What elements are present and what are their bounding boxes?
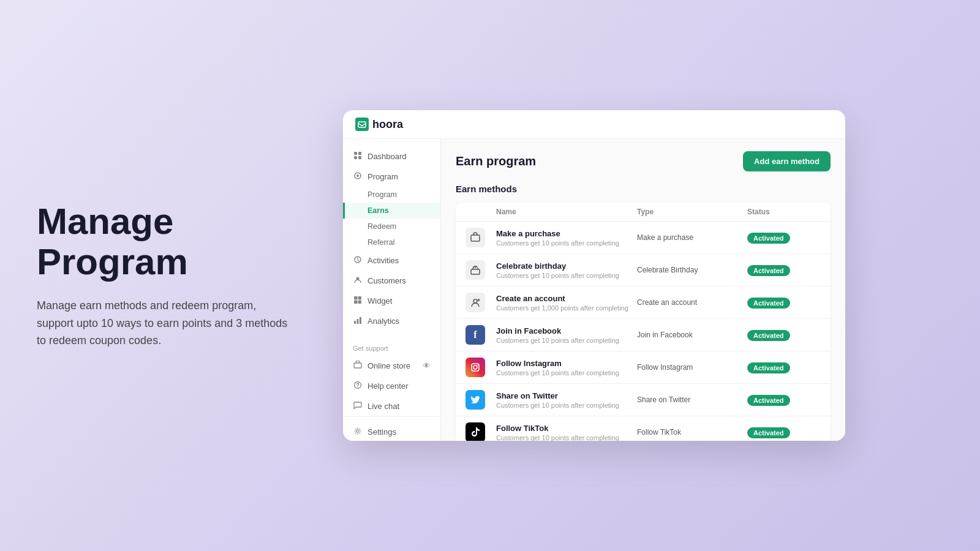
status-badge: Activated — [747, 265, 790, 276]
support-section-label: Get support — [343, 341, 440, 356]
program-icon — [353, 171, 363, 182]
col-status: Status — [747, 208, 821, 216]
row-type: Create an account — [637, 298, 747, 307]
row-status: Activated — [747, 297, 821, 309]
col-type: Type — [637, 208, 747, 216]
dashboard-label: Dashboard — [368, 152, 407, 161]
sidebar-item-online-store[interactable]: Online store 👁 — [343, 356, 440, 376]
table-row[interactable]: f Join in Facebook Customers get 10 poin… — [456, 319, 831, 351]
col-name: Name — [496, 208, 637, 216]
row-info: Celebrate birthday Customers get 10 poin… — [496, 261, 637, 279]
analytics-icon — [353, 316, 363, 326]
hero-section: ManageProgram Manage earn methods and re… — [37, 201, 294, 350]
sidebar-item-widget[interactable]: Widget — [343, 291, 440, 311]
row-icon-twitter — [466, 390, 485, 410]
row-desc: Customers get 10 points after completing — [496, 337, 637, 344]
table-row[interactable]: Share on Twitter Customers get 10 points… — [456, 384, 831, 416]
row-info: Create an account Customers get 1,000 po… — [496, 294, 637, 312]
row-type: Join in Facebook — [637, 331, 747, 339]
hero-title: ManageProgram — [37, 201, 294, 282]
earn-methods-table: Name Type Status Make a p — [456, 203, 831, 441]
row-type: Follow Instagram — [637, 363, 747, 372]
row-name: Make a purchase — [496, 229, 637, 238]
row-status: Activated — [747, 394, 821, 406]
dashboard-icon — [353, 151, 363, 162]
row-status: Activated — [747, 264, 821, 276]
logo-icon — [355, 118, 369, 131]
svg-rect-12 — [358, 301, 362, 304]
svg-point-19 — [356, 430, 359, 432]
col-icon — [466, 208, 496, 216]
sidebar-item-analytics[interactable]: Analytics — [343, 311, 440, 331]
svg-rect-4 — [358, 156, 361, 159]
row-name: Follow TikTok — [496, 424, 637, 433]
row-icon-facebook: f — [466, 325, 485, 345]
row-type: Make a purchase — [637, 233, 747, 242]
toggle-icon: 👁 — [423, 361, 431, 370]
sidebar-sub-program[interactable]: Program — [343, 187, 440, 203]
sidebar-item-customers[interactable]: Customers — [343, 271, 440, 291]
section-title: Earn methods — [456, 184, 831, 194]
row-icon-account — [466, 293, 485, 312]
settings-icon — [353, 427, 363, 437]
row-name: Create an account — [496, 294, 637, 303]
row-name: Join in Facebook — [496, 326, 637, 335]
status-badge: Activated — [747, 362, 790, 373]
sidebar-item-activities[interactable]: Activities — [343, 250, 440, 271]
sidebar: Dashboard Program — [343, 139, 441, 441]
status-badge: Activated — [747, 233, 790, 244]
help-icon — [353, 381, 363, 391]
svg-point-24 — [473, 365, 477, 369]
svg-rect-14 — [357, 319, 359, 324]
sidebar-item-settings[interactable]: Settings — [343, 422, 440, 441]
program-sub-label: Program — [368, 190, 397, 199]
table-row[interactable]: Follow Instagram Customers get 10 points… — [456, 351, 831, 384]
sidebar-item-help-center[interactable]: Help center — [343, 376, 440, 396]
sidebar-sub-earns[interactable]: Earns — [343, 203, 440, 219]
svg-rect-11 — [354, 301, 358, 304]
app-window: hoora — [343, 110, 845, 441]
row-desc: Customers get 10 points after completing — [496, 402, 637, 409]
app-body: Dashboard Program — [343, 139, 845, 441]
table-row[interactable]: Create an account Customers get 1,000 po… — [456, 287, 831, 319]
table-row[interactable]: Celebrate birthday Customers get 10 poin… — [456, 254, 831, 287]
row-desc: Customers get 10 points after completing — [496, 369, 637, 377]
table-row[interactable]: Make a purchase Customers get 10 points … — [456, 222, 831, 254]
main-content: Earn program Add earn method Earn method… — [441, 139, 845, 441]
status-badge: Activated — [747, 427, 790, 438]
row-desc: Customers get 1,000 points after complet… — [496, 304, 637, 312]
svg-rect-15 — [360, 317, 361, 324]
help-center-label: Help center — [368, 381, 408, 391]
row-status: Activated — [747, 232, 821, 244]
sidebar-item-live-chat[interactable]: Live chat — [343, 396, 440, 416]
row-icon-instagram — [466, 358, 485, 377]
row-type: Follow TikTok — [637, 428, 747, 437]
referral-label: Referral — [368, 238, 394, 247]
sidebar-item-dashboard[interactable]: Dashboard — [343, 146, 440, 167]
row-status: Activated — [747, 362, 821, 373]
app-header: hoora — [343, 110, 845, 139]
program-label: Program — [368, 172, 398, 181]
sidebar-item-program[interactable]: Program — [343, 167, 440, 187]
row-info: Share on Twitter Customers get 10 points… — [496, 391, 637, 409]
widget-icon — [353, 296, 363, 306]
customers-label: Customers — [368, 276, 406, 285]
status-badge: Activated — [747, 395, 790, 406]
page-wrapper: ManageProgram Manage earn methods and re… — [0, 0, 980, 551]
status-badge: Activated — [747, 298, 790, 309]
row-desc: Customers get 10 points after completing — [496, 239, 637, 247]
sidebar-sub-redeem[interactable]: Redeem — [343, 219, 440, 234]
row-info: Follow Instagram Customers get 10 points… — [496, 359, 637, 377]
row-desc: Customers get 10 points after completing — [496, 434, 637, 441]
logo: hoora — [355, 118, 403, 131]
row-icon-tiktok — [466, 422, 485, 441]
add-earn-method-button[interactable]: Add earn method — [743, 151, 831, 171]
widget-label: Widget — [368, 296, 392, 305]
svg-rect-3 — [354, 156, 357, 159]
row-info: Follow TikTok Customers get 10 points af… — [496, 424, 637, 441]
sidebar-sub-referral[interactable]: Referral — [343, 234, 440, 250]
row-name: Celebrate birthday — [496, 261, 637, 271]
analytics-label: Analytics — [368, 317, 399, 326]
svg-rect-21 — [471, 269, 480, 274]
table-row[interactable]: Follow TikTok Customers get 10 points af… — [456, 416, 831, 441]
